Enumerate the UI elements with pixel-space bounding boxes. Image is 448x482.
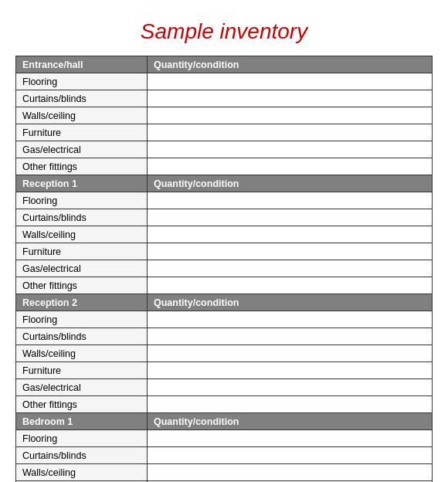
table-row: Other fittings <box>16 158 433 175</box>
table-row: Walls/ceiling <box>16 226 433 243</box>
table-row: Curtains/blinds <box>16 209 433 226</box>
row-label: Other fittings <box>16 396 148 413</box>
table-row: Walls/ceiling <box>16 107 433 124</box>
row-label: Gas/electrical <box>16 141 148 158</box>
row-value[interactable] <box>148 311 433 328</box>
row-label: Curtains/blinds <box>16 447 148 464</box>
row-value[interactable] <box>148 158 433 175</box>
section-header-reception-1: Reception 1Quantity/condition <box>16 175 433 192</box>
row-label: Flooring <box>16 430 148 447</box>
row-value[interactable] <box>148 430 433 447</box>
row-label: Other fittings <box>16 158 148 175</box>
row-value[interactable] <box>148 107 433 124</box>
section-col2-bedroom-1: Quantity/condition <box>148 413 433 430</box>
table-row: Flooring <box>16 311 433 328</box>
table-row: Flooring <box>16 430 433 447</box>
section-label-reception-1: Reception 1 <box>16 175 148 192</box>
table-row: Other fittings <box>16 396 433 413</box>
row-value[interactable] <box>148 362 433 379</box>
row-value[interactable] <box>148 379 433 396</box>
row-label: Walls/ceiling <box>16 107 148 124</box>
table-row: Furniture <box>16 124 433 141</box>
table-row: Walls/ceiling <box>16 345 433 362</box>
inventory-table: Entrance/hallQuantity/conditionFlooringC… <box>15 56 433 482</box>
row-value[interactable] <box>148 328 433 345</box>
section-col2-entrance-hall: Quantity/condition <box>148 56 433 73</box>
row-value[interactable] <box>148 73 433 90</box>
table-row: Curtains/blinds <box>16 328 433 345</box>
table-row: Furniture <box>16 362 433 379</box>
row-value[interactable] <box>148 345 433 362</box>
row-label: Furniture <box>16 243 148 260</box>
section-header-bedroom-1: Bedroom 1Quantity/condition <box>16 413 433 430</box>
row-value[interactable] <box>148 464 433 481</box>
row-label: Walls/ceiling <box>16 345 148 362</box>
row-value[interactable] <box>148 447 433 464</box>
row-label: Flooring <box>16 192 148 209</box>
section-label-reception-2: Reception 2 <box>16 294 148 311</box>
table-row: Flooring <box>16 73 433 90</box>
section-header-entrance-hall: Entrance/hallQuantity/condition <box>16 56 433 73</box>
section-header-reception-2: Reception 2Quantity/condition <box>16 294 433 311</box>
row-value[interactable] <box>148 124 433 141</box>
section-label-bedroom-1: Bedroom 1 <box>16 413 148 430</box>
row-label: Flooring <box>16 73 148 90</box>
row-value[interactable] <box>148 396 433 413</box>
page-title: Sample inventory <box>15 8 433 56</box>
table-row: Curtains/blinds <box>16 90 433 107</box>
row-label: Walls/ceiling <box>16 464 148 481</box>
row-label: Gas/electrical <box>16 379 148 396</box>
row-label: Other fittings <box>16 277 148 294</box>
table-row: Furniture <box>16 243 433 260</box>
table-row: Curtains/blinds <box>16 447 433 464</box>
row-value[interactable] <box>148 260 433 277</box>
row-value[interactable] <box>148 277 433 294</box>
row-label: Furniture <box>16 362 148 379</box>
table-row: Other fittings <box>16 277 433 294</box>
table-row: Gas/electrical <box>16 260 433 277</box>
section-label-entrance-hall: Entrance/hall <box>16 56 148 73</box>
section-col2-reception-2: Quantity/condition <box>148 294 433 311</box>
row-value[interactable] <box>148 90 433 107</box>
row-value[interactable] <box>148 226 433 243</box>
table-row: Flooring <box>16 192 433 209</box>
row-value[interactable] <box>148 243 433 260</box>
row-label: Flooring <box>16 311 148 328</box>
row-label: Walls/ceiling <box>16 226 148 243</box>
table-row: Walls/ceiling <box>16 464 433 481</box>
row-label: Curtains/blinds <box>16 90 148 107</box>
table-row: Gas/electrical <box>16 379 433 396</box>
row-value[interactable] <box>148 192 433 209</box>
section-col2-reception-1: Quantity/condition <box>148 175 433 192</box>
row-label: Furniture <box>16 124 148 141</box>
row-label: Curtains/blinds <box>16 209 148 226</box>
row-value[interactable] <box>148 209 433 226</box>
table-row: Gas/electrical <box>16 141 433 158</box>
row-label: Curtains/blinds <box>16 328 148 345</box>
row-label: Gas/electrical <box>16 260 148 277</box>
row-value[interactable] <box>148 141 433 158</box>
